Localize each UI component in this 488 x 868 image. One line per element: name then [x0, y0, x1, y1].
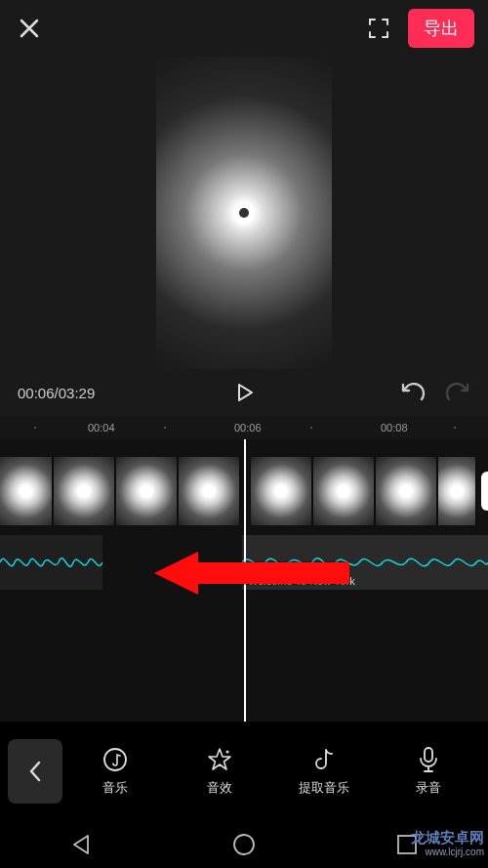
triangle-back-icon — [68, 832, 94, 857]
video-frame — [156, 57, 332, 369]
add-clip-button[interactable] — [481, 472, 488, 511]
record-tool[interactable]: 录音 — [376, 746, 480, 797]
extract-music-tool[interactable]: 提取音乐 — [271, 746, 376, 797]
nav-home-button[interactable] — [231, 832, 257, 857]
redo-button[interactable] — [445, 383, 470, 402]
music-tool[interactable]: 音乐 — [62, 746, 167, 797]
video-preview[interactable] — [0, 57, 488, 369]
current-time: 00:06 — [18, 385, 55, 401]
video-thumbnail[interactable] — [0, 457, 54, 525]
timecode: 00:06/03:29 — [18, 385, 95, 401]
watermark: 龙城安卓网 www.lcjrj.com — [411, 829, 488, 858]
ruler-label: 00:06 — [234, 422, 262, 434]
video-thumbnail[interactable] — [251, 457, 313, 525]
video-thumbnail[interactable] — [313, 457, 376, 525]
back-button[interactable] — [8, 739, 62, 804]
undo-button[interactable] — [400, 383, 426, 402]
undo-redo-group — [400, 383, 470, 402]
nav-back-button[interactable] — [68, 832, 94, 857]
tool-label: 提取音乐 — [299, 779, 349, 797]
microphone-icon — [418, 746, 439, 773]
sfx-tool[interactable]: 音效 — [167, 746, 271, 797]
audio-clip-label: Welcome To New York — [248, 575, 355, 587]
video-thumbnail[interactable] — [116, 457, 179, 525]
music-note-icon — [102, 747, 128, 772]
tool-label: 音效 — [207, 779, 232, 797]
audio-clip-2[interactable]: Welcome To New York — [242, 535, 488, 590]
waveform — [0, 548, 102, 577]
timeline-ruler[interactable]: 00:04 00:06 00:08 — [0, 416, 488, 439]
video-thumbnail[interactable] — [376, 457, 438, 525]
audio-clip-1[interactable] — [0, 535, 102, 590]
circle-home-icon — [231, 832, 257, 857]
export-button[interactable]: 导出 — [408, 9, 474, 48]
video-thumbnail[interactable] — [179, 457, 241, 525]
waveform — [242, 548, 488, 577]
video-thumbnail[interactable] — [54, 457, 116, 525]
app-root: 导出 00:06/03:29 00:04 00:06 00:08 — [0, 0, 488, 868]
close-button[interactable] — [14, 13, 45, 44]
undo-icon — [400, 383, 426, 402]
svg-point-4 — [234, 835, 254, 854]
star-icon — [207, 747, 232, 772]
topbar-right: 导出 — [363, 9, 474, 48]
playhead[interactable] — [244, 439, 246, 722]
play-button[interactable] — [232, 381, 256, 404]
svg-point-2 — [225, 751, 228, 754]
ruler-label: 00:08 — [381, 422, 408, 434]
chevron-left-icon — [27, 760, 43, 783]
play-icon — [232, 381, 256, 404]
tool-label: 录音 — [416, 779, 441, 797]
timeline-area[interactable]: Welcome To New York — [0, 439, 488, 722]
close-icon — [18, 17, 41, 40]
top-bar: 导出 — [0, 0, 488, 57]
fullscreen-icon — [368, 18, 389, 39]
tool-label: 音乐 — [102, 779, 128, 797]
svg-point-1 — [104, 749, 126, 770]
redo-icon — [445, 383, 470, 402]
bottom-toolbar: 音乐 音效 提取音乐 录音 — [0, 722, 488, 821]
total-time: 03:29 — [59, 385, 96, 401]
ruler-label: 00:04 — [88, 422, 115, 434]
svg-rect-3 — [425, 748, 432, 762]
fullscreen-button[interactable] — [363, 13, 394, 44]
tiktok-icon — [313, 747, 335, 772]
transport-bar: 00:06/03:29 — [0, 369, 488, 416]
video-thumbnail[interactable] — [438, 457, 477, 525]
